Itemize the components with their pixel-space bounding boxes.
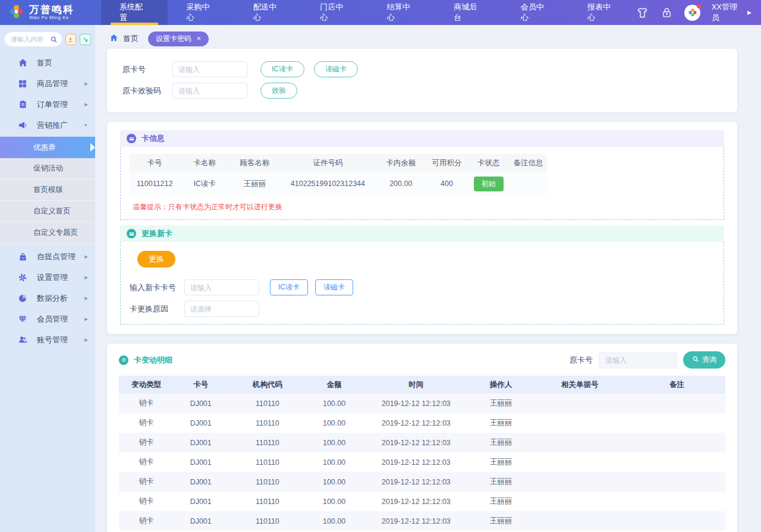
col-status: 卡状态 [468,154,510,172]
table-row: 销卡 DJ001 110110 100.00 2019-12-12 12:12:… [119,511,725,531]
cell-card-no: DJ001 [174,452,228,472]
search-icon[interactable] [50,35,58,46]
new-card-input[interactable] [184,279,259,295]
magnetic-read-button-2[interactable]: 读磁卡 [315,279,353,295]
cell-change-type: 销卡 [119,511,174,531]
chevron-right-icon: ▶ [84,81,88,86]
nav-item-system-config[interactable]: 系统配置 [101,0,168,25]
nav-item-member-center[interactable]: 会员中心 [502,0,569,25]
breadcrumb-home-icon[interactable] [109,33,118,45]
status-badge: 初始 [474,177,504,191]
cell-amount: 100.00 [307,394,361,413]
card-info-title: 卡信息 [141,133,165,144]
close-icon[interactable]: × [197,35,201,42]
sidebar-item-home-template[interactable]: 首页模版 [0,180,95,201]
old-card-input[interactable] [172,61,247,77]
query-button[interactable]: 查询 [683,351,725,369]
cell-time: 2019-12-12 12:12:03 [361,413,471,433]
card-info-body: 卡号 卡名称 顾客名称 证件号码 卡内余额 可用积分 卡状态 备注信息 1100 [120,147,724,220]
sidebar-item-promotions[interactable]: 促销活动 [0,158,95,180]
nav-item-settlement[interactable]: 结算中心 [369,0,435,25]
cell-status: 初始 [468,172,510,196]
tab-set-card-password[interactable]: 设置卡密码 × [148,32,209,46]
card-info-panel: 卡信息 卡号 卡名称 顾客名称 证件号码 卡内余额 [107,122,737,334]
col-change-type: 变动类型 [119,376,174,394]
primary-nav: 系统配置 采购中心 配送中心 门店中心 结算中心 商城后台 会员中心 报表中心 [101,0,636,25]
cell-change-type: 销卡 [119,472,174,492]
sidebar-item-marketing[interactable]: 营销推广 ▼ [0,115,95,136]
sidebar-item-label: 数据分析 [37,293,68,304]
ic-read-button-2[interactable]: IC读卡 [270,279,308,295]
sidebar-item-pickup[interactable]: 自提点管理 ▶ [0,246,95,267]
sidebar-item-coupons[interactable]: 优惠券 [0,137,95,158]
pickup-icon [17,252,28,262]
marketing-submenu: 优惠券 促销活动 首页模版 自定义首页 自定义专题页 [0,137,95,244]
cell-time: 2019-12-12 12:12:03 [361,472,471,492]
cell-doc-no [532,413,628,433]
col-card-no: 卡号 [130,154,180,172]
breadcrumb-home[interactable]: 首页 [123,33,139,44]
cell-org-code: 110110 [228,452,307,472]
cell-note [628,413,725,433]
collapse-tool-icon[interactable] [80,34,91,45]
card-icon [127,134,136,143]
reason-select[interactable] [184,301,259,317]
table-row: 销卡 DJ001 110110 100.00 2019-12-12 12:12:… [119,492,725,511]
nav-item-delivery[interactable]: 配送中心 [235,0,301,25]
verify-button[interactable]: 效验 [260,83,297,99]
reason-label: 卡更换原因 [130,304,184,314]
changes-search-input[interactable] [599,352,677,369]
nav-item-purchasing[interactable]: 采购中心 [168,0,234,25]
orders-icon [17,99,28,109]
lock-icon[interactable] [661,7,673,19]
chevron-down-icon: ▼ [83,122,87,127]
logo-icon [8,4,24,22]
cell-card-no: DJ001 [174,433,228,452]
sidebar-item-accounts[interactable]: 账号管理 ▶ [0,329,95,350]
tshirt-icon[interactable] [636,6,649,20]
sidebar-item-custom-topic[interactable]: 自定义专题页 [0,222,95,244]
verify-code-input[interactable] [172,83,247,99]
cell-amount: 100.00 [307,452,361,472]
table-body: 销卡 DJ001 110110 100.00 2019-12-12 12:12:… [119,394,725,532]
sidebar-item-products[interactable]: 商品管理 ▶ [0,73,95,94]
col-doc-no: 相关单据号 [532,376,628,394]
sidebar-item-analytics[interactable]: 数据分析 ▶ [0,288,95,309]
nav-item-store[interactable]: 门店中心 [301,0,368,25]
cell-time: 2019-12-12 12:12:03 [361,394,471,413]
account-icon [17,335,28,344]
notification-dot [697,4,701,8]
nav-item-mall-backend[interactable]: 商城后台 [435,0,502,25]
sidebar-item-members[interactable]: 会员管理 ▶ [0,309,95,329]
chevron-right-icon: ▶ [84,316,88,321]
sidebar-item-custom-home[interactable]: 自定义首页 [0,201,95,222]
ic-read-button[interactable]: IC读卡 [260,61,304,77]
avatar[interactable] [684,5,700,21]
cell-org-code: 110110 [228,472,307,492]
cell-org-code: 110110 [228,433,307,452]
col-operator: 操作人 [471,376,532,394]
cell-org-code: 110110 [228,492,307,511]
table-header-row: 变动类型 卡号 机构代码 金额 时间 操作人 相关单据号 备注 [119,376,725,394]
cell-amount: 100.00 [307,511,361,531]
sidebar: 首页 商品管理 ▶ 订单管理 ▶ [0,25,95,532]
app-logo: 万普鸣科 Wan Pu Ming Ke [0,4,101,22]
sidebar-item-settings[interactable]: 设置管理 ▶ [0,267,95,288]
replace-button[interactable]: 更换 [137,251,175,267]
cell-note [510,172,547,196]
sidebar-item-label: 账号管理 [37,335,68,345]
pin-tool-icon[interactable] [65,34,77,45]
nav-item-reports[interactable]: 报表中心 [569,0,636,25]
table-row: 110011212 IC读卡 王丽丽 410225199102312344 20… [130,172,547,196]
cell-balance: 200.00 [376,172,426,196]
top-navbar: 万普鸣科 Wan Pu Ming Ke 系统配置 采购中心 配送中心 门店中心 … [0,0,761,25]
sidebar-item-orders[interactable]: 订单管理 ▶ [0,94,95,115]
user-menu[interactable]: XX管理员 ▶ [712,2,751,23]
table-row: 销卡 DJ001 110110 100.00 2019-12-12 12:12:… [119,452,725,472]
magnetic-read-button[interactable]: 读磁卡 [314,61,358,77]
sidebar-item-home[interactable]: 首页 [0,52,95,73]
cell-card-name: IC读卡 [180,172,229,196]
col-note: 备注 [628,376,725,394]
cell-change-type: 销卡 [119,413,174,433]
cell-operator: 王丽丽 [471,452,532,472]
